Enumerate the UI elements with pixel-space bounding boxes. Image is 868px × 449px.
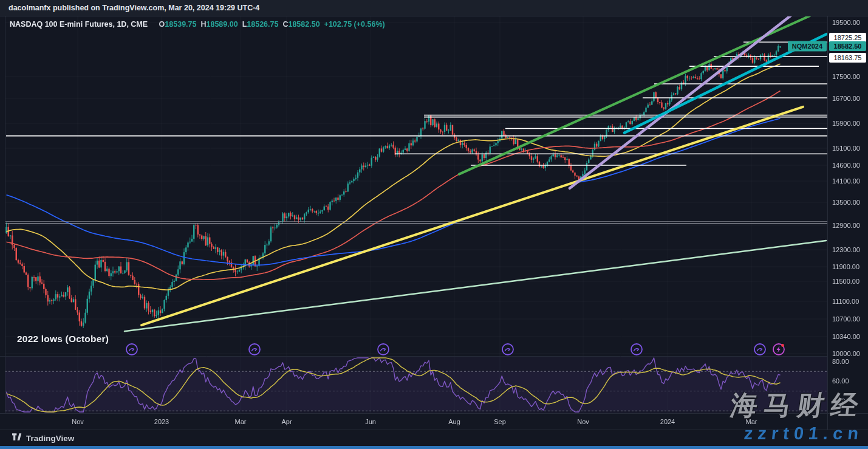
price-scale-label: 10000.00 [832, 350, 860, 357]
ohlc-open-key: O [159, 20, 165, 29]
price-scale-label: 19500.00 [832, 19, 860, 26]
time-scale-label: Sep [494, 418, 506, 425]
time-scale-label: 2024 [660, 418, 675, 425]
bottom-blue-bar [0, 446, 868, 449]
price-scale-label: 12900.00 [832, 222, 860, 229]
price-chart-canvas[interactable] [0, 0, 868, 449]
trend-arrow-drawing-icon[interactable] [753, 343, 767, 356]
time-scale-label: Nov [577, 418, 589, 425]
watermark-url: zzrt01.cn [743, 423, 864, 444]
time-scale-label: Nov [72, 418, 84, 425]
time-scale-label: Aug [448, 418, 460, 425]
tradingview-logo-text: TradingView [26, 434, 74, 443]
rsi-scale-label: 80.00 [832, 358, 849, 365]
watermark-cjk: 海马财经 [728, 388, 867, 423]
price-scale-label: 14600.00 [832, 162, 860, 169]
ohlc-open-value: 18539.75 [165, 20, 196, 29]
change-value: +102.75 (+0.56%) [324, 20, 385, 29]
price-scale-label: 15900.00 [832, 120, 860, 127]
ohlc-high-value: 18589.00 [207, 20, 238, 29]
price-scale-label: 17500.00 [832, 73, 860, 80]
ohlc-low-value: 18526.75 [247, 20, 278, 29]
price-scale-label: 14100.00 [832, 177, 860, 185]
time-scale-label: 2023 [154, 418, 169, 425]
price-label-support: 18163.75 [829, 53, 866, 63]
price-scale-label: 11100.00 [832, 298, 859, 305]
flash-drawing-icon[interactable] [772, 343, 785, 356]
time-scale-label: Jun [365, 418, 376, 425]
time-scale-label: Mar [235, 418, 247, 425]
tradingview-logo[interactable]: TradingView [12, 433, 74, 444]
trend-arrow-drawing-icon[interactable] [630, 343, 643, 356]
publish-bar: dacolmanfx published on TradingView.com,… [0, 0, 868, 16]
trend-arrow-drawing-icon[interactable] [377, 343, 390, 356]
ohlc-close-value: 18582.50 [288, 20, 320, 29]
series-label-nqm2024: NQM2024 [788, 41, 827, 52]
chart-legend: NASDAQ 100 E-mini Futures, 1D, CME O1853… [10, 20, 385, 29]
tradingview-logo-icon [12, 433, 22, 444]
publish-text: dacolmanfx published on TradingView.com,… [9, 4, 259, 12]
time-axis[interactable]: Nov2023MarAprJunAugSepNov2024Mar [0, 414, 827, 430]
price-label-last: 18582.50 [829, 41, 866, 51]
price-scale-label: 16700.00 [832, 95, 860, 102]
tradingview-published-chart: { "publish_bar": { "text": "dacolmanfx p… [0, 0, 868, 449]
trend-arrow-drawing-icon[interactable] [248, 343, 261, 356]
trend-arrow-drawing-icon[interactable] [501, 343, 514, 356]
rsi-scale-label: 60.00 [832, 377, 849, 385]
trend-arrow-drawing-icon[interactable] [125, 343, 138, 356]
price-scale-label: 10700.00 [832, 315, 860, 323]
symbol-title: NASDAQ 100 E-mini Futures, 1D, CME [10, 20, 148, 29]
price-scale-label: 11900.00 [832, 263, 859, 270]
price-scale-label: 10340.00 [832, 333, 860, 340]
price-scale-label: 15100.00 [832, 145, 860, 152]
price-scale-label: 11500.00 [832, 278, 859, 285]
ohlc-high-key: H [200, 20, 206, 29]
time-scale-label: Apr [281, 418, 292, 425]
price-scale-label: 13500.00 [832, 199, 860, 206]
text-annotation-2022-lows[interactable]: 2022 lows (October) [17, 334, 109, 344]
price-scale-label: 12300.00 [832, 246, 860, 253]
